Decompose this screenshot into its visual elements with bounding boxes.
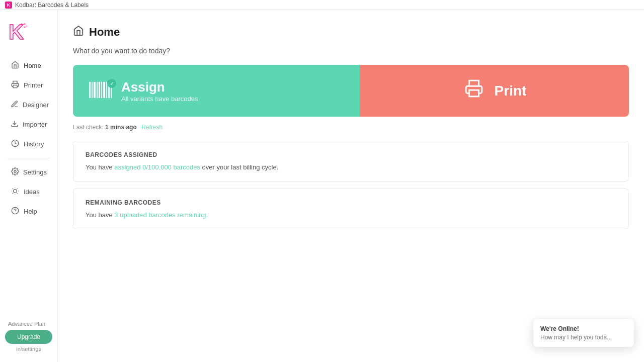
last-check-label: Last check: xyxy=(73,124,104,131)
sidebar-logo: K K xyxy=(0,20,57,56)
barcodes-assigned-text: You have assigned 0/100,000 barcodes ove… xyxy=(86,163,616,171)
nav-divider xyxy=(8,158,50,158)
sidebar-item-ideas-label: Ideas xyxy=(24,188,40,196)
barcodes-assigned-title: BARCODES ASSIGNED xyxy=(86,151,616,158)
svg-rect-6 xyxy=(13,85,17,87)
svg-line-13 xyxy=(17,193,18,194)
help-icon xyxy=(11,207,20,216)
svg-point-3 xyxy=(24,23,26,25)
sidebar-item-designer-label: Designer xyxy=(23,101,49,109)
sidebar-item-designer[interactable]: Designer xyxy=(3,96,54,114)
ideas-icon xyxy=(11,187,20,197)
svg-rect-26 xyxy=(101,82,102,98)
remaining-barcodes-section: REMAINING BARCODES You have 3 uploaded b… xyxy=(73,189,629,229)
sidebar-item-help[interactable]: Help xyxy=(3,202,54,221)
barcodes-assigned-after: over your last billing cycle. xyxy=(200,163,278,171)
remaining-barcodes-title: REMAINING BARCODES xyxy=(86,199,616,206)
designer-icon xyxy=(11,100,19,110)
chat-status: We're Online! xyxy=(540,325,627,332)
sidebar-item-importer-label: Importer xyxy=(23,121,47,128)
main-content: Home What do you want to do today? xyxy=(58,10,644,362)
svg-rect-31 xyxy=(469,90,478,97)
assign-card-title: Assign xyxy=(121,79,198,95)
page-home-icon xyxy=(73,25,84,39)
print-card-title: Print xyxy=(495,83,527,99)
check-badge-icon: ✓ xyxy=(107,79,116,88)
remaining-barcodes-link[interactable]: 3 uploaded barcodes remaining. xyxy=(114,211,208,219)
brand-logo-icon: K K xyxy=(8,20,30,42)
svg-rect-24 xyxy=(97,82,98,98)
assign-card-text: Assign All variants have barcodes xyxy=(121,79,198,103)
sidebar-bottom: Advanced Plan Upgrade in/settings xyxy=(0,316,57,357)
chat-widget[interactable]: We're Online! How may I help you toda... xyxy=(533,319,634,347)
printer-nav-icon xyxy=(11,80,20,90)
last-check-time: 1 mins ago xyxy=(105,124,137,131)
sidebar-item-help-label: Help xyxy=(24,208,37,215)
barcode-icon-wrap: ✓ xyxy=(88,81,112,101)
remaining-barcodes-text: You have 3 uploaded barcodes remaining. xyxy=(86,211,616,219)
home-icon xyxy=(11,61,20,70)
svg-point-9 xyxy=(14,170,16,172)
sidebar-item-settings-label: Settings xyxy=(23,168,47,176)
print-card[interactable]: Print xyxy=(360,65,629,117)
svg-point-2 xyxy=(21,23,23,25)
svg-point-5 xyxy=(26,25,28,27)
barcodes-assigned-before: You have xyxy=(86,163,114,171)
sidebar-item-ideas[interactable]: Ideas xyxy=(3,183,54,201)
sidebar: K K Home Printer xyxy=(0,10,58,362)
page-title: Home xyxy=(89,26,120,39)
svg-rect-23 xyxy=(94,82,96,98)
sidebar-item-home[interactable]: Home xyxy=(3,56,54,75)
action-cards: ✓ Assign All variants have barcodes Prin… xyxy=(73,65,629,117)
importer-icon xyxy=(11,120,19,129)
chat-message: How may I help you toda... xyxy=(540,334,627,341)
barcodes-assigned-link[interactable]: assigned 0/100,000 barcodes xyxy=(114,163,200,171)
assign-card-subtitle: All variants have barcodes xyxy=(121,95,198,103)
print-card-icon xyxy=(462,79,486,103)
svg-point-4 xyxy=(24,26,26,28)
plan-label: Advanced Plan xyxy=(5,321,52,330)
sidebar-item-printer-label: Printer xyxy=(24,81,43,89)
svg-rect-21 xyxy=(89,82,91,98)
svg-rect-22 xyxy=(92,82,93,98)
svg-rect-27 xyxy=(103,82,105,98)
svg-rect-25 xyxy=(99,82,100,98)
barcodes-assigned-section: BARCODES ASSIGNED You have assigned 0/10… xyxy=(73,141,629,182)
page-header: Home xyxy=(73,25,629,39)
svg-line-12 xyxy=(13,189,13,189)
sidebar-item-importer[interactable]: Importer xyxy=(3,115,54,134)
app-layout: K K Home Printer xyxy=(0,10,644,362)
svg-point-18 xyxy=(14,190,17,193)
svg-line-17 xyxy=(17,189,18,189)
last-check-row: Last check: 1 mins ago Refresh xyxy=(73,124,629,131)
app-name: Kodbar: Barcodes & Labels xyxy=(15,2,89,9)
sidebar-item-history[interactable]: History xyxy=(3,135,54,153)
refresh-link[interactable]: Refresh xyxy=(141,124,163,131)
assign-card[interactable]: ✓ Assign All variants have barcodes xyxy=(73,65,360,117)
remaining-barcodes-before: You have xyxy=(86,211,114,219)
top-bar: K Kodbar: Barcodes & Labels xyxy=(0,0,644,10)
sidebar-item-settings[interactable]: Settings xyxy=(3,163,54,182)
app-logo-small: K xyxy=(5,2,12,9)
upgrade-button[interactable]: Upgrade xyxy=(5,330,52,344)
sidebar-item-home-label: Home xyxy=(24,62,41,69)
settings-link[interactable]: in/settings xyxy=(5,346,52,352)
svg-line-16 xyxy=(13,193,13,194)
page-subtitle: What do you want to do today? xyxy=(73,47,629,55)
sidebar-item-history-label: History xyxy=(24,140,44,148)
sidebar-item-printer[interactable]: Printer xyxy=(3,76,54,95)
settings-icon xyxy=(11,167,19,177)
history-icon xyxy=(11,139,20,149)
